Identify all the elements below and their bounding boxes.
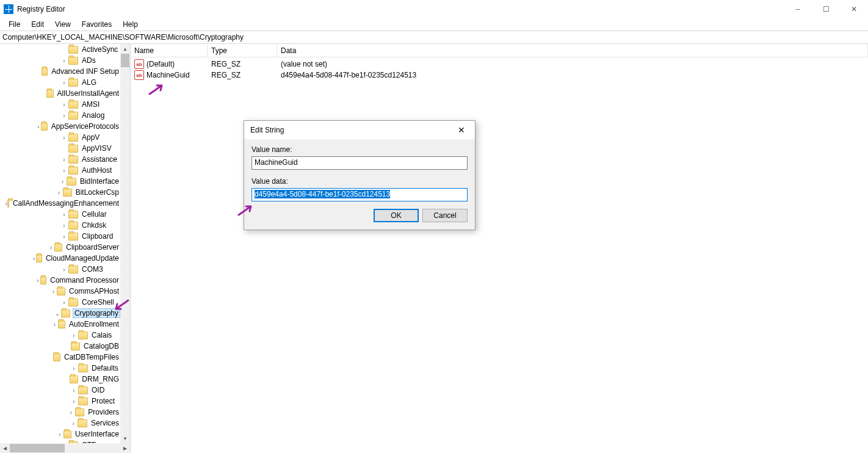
- tree-item[interactable]: ›Command Processor: [0, 275, 120, 286]
- list-row[interactable]: abMachineGuidREG_SZd459e4a4-5d08-447f-be…: [131, 70, 868, 81]
- minimize-button[interactable]: –: [784, 0, 812, 18]
- column-header-name[interactable]: Name: [131, 44, 208, 57]
- menu-edit[interactable]: Edit: [26, 19, 49, 30]
- tree-item[interactable]: ›ADs: [0, 55, 120, 66]
- tree-item[interactable]: ›AMSI: [0, 99, 120, 110]
- scroll-thumb-vertical[interactable]: [121, 54, 129, 67]
- close-button[interactable]: ✕: [840, 0, 868, 18]
- list-row[interactable]: ab(Default)REG_SZ(value not set): [131, 59, 868, 70]
- tree-item[interactable]: ›Assistance: [0, 154, 120, 165]
- tree-item[interactable]: ›CloudManagedUpdate: [0, 253, 120, 264]
- chevron-right-icon[interactable]: ›: [70, 387, 78, 394]
- tree-item[interactable]: ›OID: [0, 385, 120, 396]
- tree-item[interactable]: ›Services: [0, 418, 120, 429]
- chevron-right-icon[interactable]: ›: [35, 277, 40, 284]
- column-header-type[interactable]: Type: [208, 44, 277, 57]
- chevron-right-icon[interactable]: ›: [50, 288, 57, 295]
- chevron-right-icon[interactable]: ›: [32, 255, 36, 262]
- tree-item[interactable]: ›AutoEnrollment: [0, 319, 120, 330]
- tree-item[interactable]: CatDBTempFiles: [0, 352, 120, 363]
- chevron-right-icon[interactable]: ›: [69, 420, 78, 427]
- scroll-right-icon[interactable]: ▶: [120, 443, 130, 453]
- chevron-right-icon[interactable]: ›: [60, 266, 68, 273]
- tree-item[interactable]: ›COM3: [0, 264, 120, 275]
- tree-item[interactable]: ›Cellular: [0, 209, 120, 220]
- menu-favorites[interactable]: Favorites: [77, 19, 117, 30]
- addressbar[interactable]: Computer\HKEY_LOCAL_MACHINE\SOFTWARE\Mic…: [0, 31, 868, 44]
- tree-item[interactable]: ›Calais: [0, 330, 120, 341]
- chevron-right-icon[interactable]: ›: [51, 321, 57, 328]
- folder-icon: [68, 211, 78, 219]
- tree-item[interactable]: ›CoreShell: [0, 297, 120, 308]
- chevron-right-icon[interactable]: ›: [60, 79, 68, 86]
- chevron-right-icon[interactable]: ›: [60, 112, 68, 119]
- maximize-button[interactable]: ☐: [812, 0, 840, 18]
- chevron-right-icon[interactable]: ›: [36, 123, 41, 130]
- chevron-right-icon[interactable]: ›: [70, 398, 78, 405]
- tree-item[interactable]: ActiveSync: [0, 44, 120, 55]
- chevron-right-icon[interactable]: ›: [56, 431, 63, 438]
- tree-item[interactable]: ›Analog: [0, 110, 120, 121]
- chevron-right-icon[interactable]: ›: [60, 134, 68, 141]
- chevron-right-icon[interactable]: ›: [60, 156, 68, 163]
- folder-icon: [68, 46, 78, 54]
- column-header-data[interactable]: Data: [277, 44, 868, 57]
- chevron-right-icon[interactable]: ›: [70, 365, 78, 372]
- scroll-up-icon[interactable]: ▲: [120, 44, 130, 54]
- folder-icon: [71, 342, 80, 350]
- tree-item[interactable]: ›CommsAPHost: [0, 286, 120, 297]
- tree-item[interactable]: ›AppV: [0, 132, 120, 143]
- menu-view[interactable]: View: [50, 19, 76, 30]
- dialog-titlebar[interactable]: Edit String ✕: [244, 121, 475, 139]
- chevron-right-icon[interactable]: ›: [60, 299, 68, 306]
- tree-item-label: Advanced INF Setup: [51, 67, 119, 76]
- tree-item[interactable]: Advanced INF Setup: [0, 66, 120, 77]
- chevron-right-icon[interactable]: ›: [60, 57, 68, 64]
- cancel-button[interactable]: Cancel: [422, 209, 468, 222]
- tree-item[interactable]: AllUserInstallAgent: [0, 88, 120, 99]
- chevron-right-icon[interactable]: ›: [60, 167, 68, 174]
- tree-item[interactable]: ›Defaults: [0, 363, 120, 374]
- tree-item[interactable]: DRM_RNG: [0, 374, 120, 385]
- tree-item-label: COM3: [82, 265, 103, 274]
- chevron-right-icon[interactable]: ›: [67, 409, 74, 416]
- chevron-right-icon[interactable]: ›: [55, 189, 63, 196]
- scroll-left-icon[interactable]: ◀: [0, 443, 10, 453]
- chevron-right-icon[interactable]: ›: [60, 101, 68, 108]
- tree-item[interactable]: ›ALG: [0, 77, 120, 88]
- tree-item[interactable]: ›Clipboard: [0, 231, 120, 242]
- value-data-field[interactable]: d459e4a4-5d08-447f-be1f-0235cd124513: [251, 188, 468, 201]
- chevron-down-icon[interactable]: ⌄: [54, 310, 62, 317]
- menu-file[interactable]: File: [4, 19, 25, 30]
- tree-item[interactable]: ›BidInterface: [0, 176, 120, 187]
- tree-scrollbar-horizontal[interactable]: ◀ ▶: [0, 443, 130, 453]
- tree-item-label: CatalogDB: [84, 342, 119, 350]
- tree-item[interactable]: ›Providers: [0, 407, 120, 418]
- tree-item[interactable]: ›Chkdsk: [0, 220, 120, 231]
- tree-scrollbar-vertical[interactable]: ▲ ▼: [120, 44, 130, 443]
- tree-item[interactable]: ›CallAndMessagingEnhancement: [0, 198, 120, 209]
- tree-item[interactable]: ›UserInterface: [0, 429, 120, 440]
- menu-help[interactable]: Help: [118, 19, 143, 30]
- chevron-right-icon[interactable]: ›: [60, 233, 68, 240]
- value-data-label: Value data:: [251, 177, 468, 186]
- ok-button[interactable]: OK: [374, 209, 419, 222]
- chevron-right-icon[interactable]: ›: [60, 222, 68, 229]
- dialog-close-button[interactable]: ✕: [448, 121, 475, 139]
- chevron-right-icon[interactable]: ›: [60, 211, 68, 218]
- scroll-thumb-horizontal[interactable]: [10, 444, 65, 452]
- chevron-right-icon[interactable]: ›: [48, 244, 54, 251]
- tree-item[interactable]: ›Protect: [0, 396, 120, 407]
- chevron-right-icon[interactable]: ›: [70, 332, 78, 339]
- tree-item[interactable]: CatalogDB: [0, 341, 120, 352]
- tree-item[interactable]: ›ClipboardServer: [0, 242, 120, 253]
- folder-icon: [67, 178, 76, 186]
- tree-item[interactable]: ⌄Cryptography: [0, 308, 120, 319]
- scroll-down-icon[interactable]: ▼: [120, 433, 130, 443]
- tree-item[interactable]: ›BitLockerCsp: [0, 187, 120, 198]
- tree-item[interactable]: AppVISV: [0, 143, 120, 154]
- value-name-field[interactable]: MachineGuid: [251, 156, 468, 170]
- tree-item[interactable]: ›AuthHost: [0, 165, 120, 176]
- tree-item[interactable]: ›AppServiceProtocols: [0, 121, 120, 132]
- chevron-right-icon[interactable]: ›: [59, 178, 67, 185]
